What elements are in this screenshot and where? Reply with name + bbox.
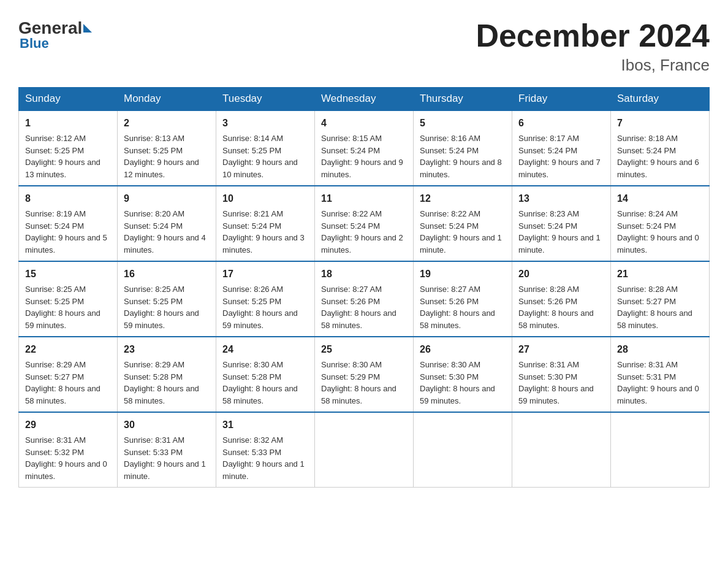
sunrise-label: Sunrise: 8:30 AM <box>420 360 480 369</box>
sunset-label: Sunset: 5:25 PM <box>25 146 84 155</box>
sunset-label: Sunset: 5:24 PM <box>321 221 380 231</box>
logo-blue: Blue <box>20 36 49 52</box>
sunrise-label: Sunrise: 8:21 AM <box>222 209 283 218</box>
calendar-cell: 27 Sunrise: 8:31 AM Sunset: 5:30 PM Dayl… <box>512 337 611 412</box>
sunset-label: Sunset: 5:25 PM <box>222 146 281 155</box>
day-number: 18 <box>321 267 407 282</box>
sunrise-label: Sunrise: 8:31 AM <box>124 435 184 445</box>
sunrise-label: Sunrise: 8:22 AM <box>321 209 382 218</box>
sunrise-label: Sunrise: 8:31 AM <box>518 360 579 369</box>
daylight-label: Daylight: 8 hours and 59 minutes. <box>518 384 594 405</box>
title-block: December 2024 Ibos, France <box>476 18 710 75</box>
sunset-label: Sunset: 5:25 PM <box>124 146 183 155</box>
calendar-cell: 24 Sunrise: 8:30 AM Sunset: 5:28 PM Dayl… <box>216 337 315 412</box>
calendar-cell: 28 Sunrise: 8:31 AM Sunset: 5:31 PM Dayl… <box>611 337 710 412</box>
daylight-label: Daylight: 8 hours and 58 minutes. <box>321 308 396 330</box>
calendar-header-sunday: Sunday <box>19 88 118 111</box>
day-number: 19 <box>420 267 506 282</box>
calendar-cell: 18 Sunrise: 8:27 AM Sunset: 5:26 PM Dayl… <box>315 261 414 337</box>
sunrise-label: Sunrise: 8:27 AM <box>420 285 480 294</box>
daylight-label: Daylight: 8 hours and 58 minutes. <box>25 384 100 405</box>
sunrise-label: Sunrise: 8:31 AM <box>25 435 86 445</box>
daylight-label: Daylight: 8 hours and 58 minutes. <box>321 384 396 405</box>
calendar-cell: 2 Sunrise: 8:13 AM Sunset: 5:25 PM Dayli… <box>118 110 216 186</box>
sunset-label: Sunset: 5:26 PM <box>321 297 380 306</box>
page-title: December 2024 <box>476 18 710 53</box>
day-number: 9 <box>124 191 210 206</box>
calendar-cell: 26 Sunrise: 8:30 AM Sunset: 5:30 PM Dayl… <box>414 337 512 412</box>
calendar-cell: 23 Sunrise: 8:29 AM Sunset: 5:28 PM Dayl… <box>118 337 216 412</box>
calendar-cell: 11 Sunrise: 8:22 AM Sunset: 5:24 PM Dayl… <box>315 186 414 261</box>
calendar-cell: 31 Sunrise: 8:32 AM Sunset: 5:33 PM Dayl… <box>216 412 315 488</box>
sunset-label: Sunset: 5:32 PM <box>25 448 84 457</box>
day-number: 24 <box>222 342 308 357</box>
daylight-label: Daylight: 8 hours and 58 minutes. <box>124 384 199 405</box>
day-number: 3 <box>222 116 308 131</box>
sunrise-label: Sunrise: 8:22 AM <box>420 209 480 218</box>
daylight-label: Daylight: 8 hours and 58 minutes. <box>222 384 298 405</box>
sunrise-label: Sunrise: 8:25 AM <box>124 285 184 294</box>
day-number: 17 <box>222 267 308 282</box>
day-number: 28 <box>617 342 703 357</box>
sunset-label: Sunset: 5:24 PM <box>518 221 577 231</box>
day-number: 23 <box>124 342 210 357</box>
sunrise-label: Sunrise: 8:19 AM <box>25 209 86 218</box>
sunset-label: Sunset: 5:30 PM <box>420 372 479 381</box>
daylight-label: Daylight: 8 hours and 59 minutes. <box>222 308 298 330</box>
sunrise-label: Sunrise: 8:31 AM <box>617 360 678 369</box>
sunrise-label: Sunrise: 8:25 AM <box>25 285 86 294</box>
sunrise-label: Sunrise: 8:13 AM <box>124 134 184 143</box>
calendar-header-monday: Monday <box>118 88 216 111</box>
sunrise-label: Sunrise: 8:27 AM <box>321 285 382 294</box>
calendar-cell: 19 Sunrise: 8:27 AM Sunset: 5:26 PM Dayl… <box>414 261 512 337</box>
day-number: 15 <box>25 267 111 282</box>
calendar-week-row: 22 Sunrise: 8:29 AM Sunset: 5:27 PM Dayl… <box>19 337 710 412</box>
daylight-label: Daylight: 9 hours and 13 minutes. <box>25 158 100 179</box>
calendar-cell: 14 Sunrise: 8:24 AM Sunset: 5:24 PM Dayl… <box>611 186 710 261</box>
sunset-label: Sunset: 5:24 PM <box>124 221 183 231</box>
daylight-label: Daylight: 9 hours and 1 minute. <box>124 459 206 481</box>
day-number: 30 <box>124 418 210 432</box>
sunset-label: Sunset: 5:24 PM <box>617 221 676 231</box>
day-number: 13 <box>518 191 604 206</box>
calendar-cell: 30 Sunrise: 8:31 AM Sunset: 5:33 PM Dayl… <box>118 412 216 488</box>
daylight-label: Daylight: 9 hours and 0 minutes. <box>617 233 699 255</box>
day-number: 7 <box>617 116 703 131</box>
daylight-label: Daylight: 9 hours and 7 minutes. <box>518 158 601 179</box>
day-number: 27 <box>518 342 604 357</box>
calendar-cell <box>414 412 512 488</box>
sunrise-label: Sunrise: 8:29 AM <box>25 360 86 369</box>
day-number: 10 <box>222 191 308 206</box>
daylight-label: Daylight: 9 hours and 9 minutes. <box>321 158 403 179</box>
sunset-label: Sunset: 5:28 PM <box>124 372 183 381</box>
sunset-label: Sunset: 5:24 PM <box>321 146 380 155</box>
daylight-label: Daylight: 9 hours and 10 minutes. <box>222 158 298 179</box>
sunrise-label: Sunrise: 8:28 AM <box>617 285 678 294</box>
calendar-cell: 22 Sunrise: 8:29 AM Sunset: 5:27 PM Dayl… <box>19 337 118 412</box>
calendar-cell: 12 Sunrise: 8:22 AM Sunset: 5:24 PM Dayl… <box>414 186 512 261</box>
daylight-label: Daylight: 8 hours and 59 minutes. <box>420 384 495 405</box>
sunset-label: Sunset: 5:31 PM <box>617 372 676 381</box>
day-number: 8 <box>25 191 111 206</box>
daylight-label: Daylight: 9 hours and 12 minutes. <box>124 158 199 179</box>
daylight-label: Daylight: 9 hours and 4 minutes. <box>124 233 206 255</box>
calendar-cell <box>512 412 611 488</box>
calendar-cell: 20 Sunrise: 8:28 AM Sunset: 5:26 PM Dayl… <box>512 261 611 337</box>
page-header: General Blue December 2024 Ibos, France <box>18 18 710 75</box>
daylight-label: Daylight: 9 hours and 1 minute. <box>222 459 305 481</box>
sunrise-label: Sunrise: 8:28 AM <box>518 285 579 294</box>
calendar-cell: 6 Sunrise: 8:17 AM Sunset: 5:24 PM Dayli… <box>512 110 611 186</box>
sunset-label: Sunset: 5:29 PM <box>321 372 380 381</box>
sunset-label: Sunset: 5:25 PM <box>124 297 183 306</box>
sunrise-label: Sunrise: 8:26 AM <box>222 285 283 294</box>
calendar-header-row: SundayMondayTuesdayWednesdayThursdayFrid… <box>19 88 710 111</box>
day-number: 6 <box>518 116 604 131</box>
sunset-label: Sunset: 5:33 PM <box>222 448 281 457</box>
sunrise-label: Sunrise: 8:16 AM <box>420 134 480 143</box>
calendar-cell <box>315 412 414 488</box>
calendar-cell: 29 Sunrise: 8:31 AM Sunset: 5:32 PM Dayl… <box>19 412 118 488</box>
page-location: Ibos, France <box>476 56 710 75</box>
calendar-week-row: 8 Sunrise: 8:19 AM Sunset: 5:24 PM Dayli… <box>19 186 710 261</box>
sunset-label: Sunset: 5:24 PM <box>25 221 84 231</box>
sunset-label: Sunset: 5:30 PM <box>518 372 577 381</box>
